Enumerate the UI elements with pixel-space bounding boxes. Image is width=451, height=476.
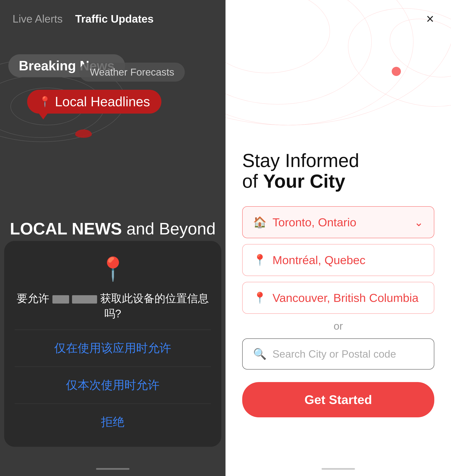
- allow-while-using-button[interactable]: 仅在使用该应用时允许: [54, 338, 171, 358]
- location-permission-dialog: 📍 要允许 获取此设备的位置信息吗? 仅在使用该应用时允许 仅本次使用时允许 拒…: [4, 241, 221, 447]
- allow-once-button[interactable]: 仅本次使用时允许: [66, 375, 160, 395]
- headline-of-your-city: of Your City: [242, 171, 434, 192]
- divider-1: [15, 330, 211, 330]
- get-started-button[interactable]: Get Started: [242, 382, 434, 417]
- redact-1: [52, 295, 69, 304]
- search-input-box[interactable]: 🔍 Search City or Postal code: [242, 338, 434, 370]
- location-icon: 📍: [99, 256, 127, 282]
- local-headlines-pill[interactable]: 📍 Local Headlines: [27, 90, 161, 113]
- nav-traffic-updates[interactable]: Traffic Updates: [75, 13, 154, 25]
- nav-live-alerts[interactable]: Live Alerts: [13, 13, 63, 25]
- map-marker-dot: [75, 129, 92, 138]
- headline-stay-informed: Stay Informed: [242, 150, 434, 171]
- bottom-indicator-left: [96, 468, 129, 470]
- bottom-bar-right: [226, 468, 451, 470]
- local-news-title-area: LOCAL NEWS and Beyond: [8, 219, 217, 238]
- city-option-vancouver[interactable]: 📍 Vancouver, British Columbia: [242, 282, 434, 314]
- left-panel: Live Alerts Traffic Updates Breaking New…: [0, 0, 226, 476]
- local-headlines-label: Local Headlines: [55, 94, 150, 109]
- headline-area: Stay Informed of Your City: [242, 150, 434, 192]
- search-icon: 🔍: [253, 348, 267, 360]
- city-options-list: 🏠 Toronto, Ontario ⌄ 📍 Montréal, Quebec …: [242, 206, 434, 314]
- deny-button[interactable]: 拒绝: [101, 412, 125, 432]
- right-content-area: Stay Informed of Your City 🏠 Toronto, On…: [242, 150, 434, 417]
- pin-icon-vancouver: 📍: [253, 291, 267, 304]
- search-placeholder: Search City or Postal code: [272, 348, 396, 360]
- local-news-bold: LOCAL NEWS: [10, 219, 122, 238]
- city-name-toronto: Toronto, Ontario: [272, 215, 357, 229]
- left-nav: Live Alerts Traffic Updates: [0, 13, 226, 25]
- or-divider: or: [242, 320, 434, 332]
- headline-your-city: Your City: [263, 171, 345, 192]
- chevron-down-icon: ⌄: [414, 216, 423, 229]
- city-option-montreal[interactable]: 📍 Montréal, Quebec: [242, 244, 434, 276]
- right-panel: × Stay Informed of Your City 🏠 Toronto, …: [226, 0, 451, 476]
- divider-3: [15, 404, 211, 404]
- close-icon: ×: [426, 12, 434, 25]
- local-news-light: and Beyond: [126, 219, 216, 238]
- weather-forecasts-badge: Weather Forecasts: [79, 63, 185, 82]
- bottom-bar-left: [0, 468, 226, 470]
- city-name-vancouver: Vancouver, British Columbia: [272, 291, 419, 305]
- location-question: 要允许 获取此设备的位置信息吗?: [15, 291, 211, 321]
- get-started-label: Get Started: [304, 393, 372, 407]
- home-icon: 🏠: [253, 216, 267, 229]
- weather-forecasts-label: Weather Forecasts: [90, 67, 174, 78]
- pin-icon-montreal: 📍: [253, 254, 267, 266]
- headline-of: of: [242, 171, 258, 192]
- map-red-dot: [392, 67, 401, 76]
- pin-icon: 📍: [39, 96, 51, 107]
- city-option-toronto[interactable]: 🏠 Toronto, Ontario ⌄: [242, 206, 434, 238]
- close-button[interactable]: ×: [422, 10, 438, 27]
- divider-2: [15, 367, 211, 367]
- redact-2: [72, 295, 97, 304]
- city-name-montreal: Montréal, Quebec: [272, 253, 365, 267]
- bottom-indicator-right: [322, 468, 355, 470]
